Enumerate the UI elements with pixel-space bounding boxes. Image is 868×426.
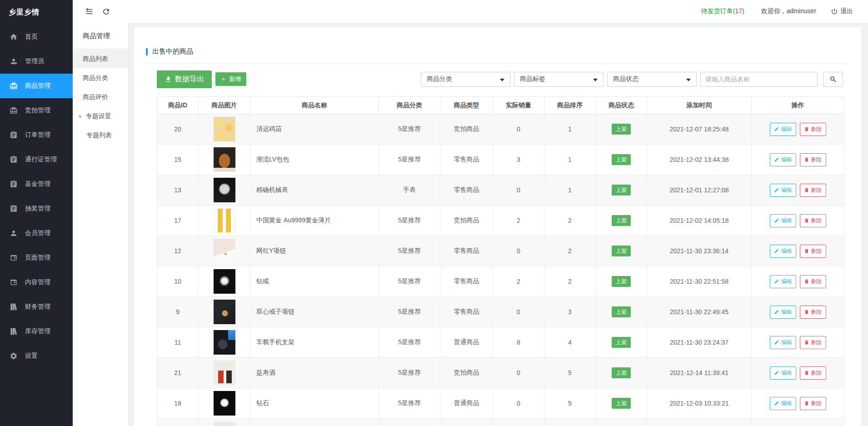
cell-product-category: 5星推荐 [379, 145, 440, 175]
cell-actual-sales: 0 [493, 358, 544, 388]
cell-product-id: 17 [157, 205, 199, 236]
submenu-item-2[interactable]: ∨ 商品评价 [73, 87, 128, 106]
toolbar-right: 商品分类 商品标签 商品状态 [421, 72, 843, 87]
row-actions: 编辑 删除 [752, 123, 843, 136]
table-row: 9 双心戒子项链 5星推荐 零售商品 0 3 上架 2021-11-30 22:… [157, 297, 844, 327]
delete-button[interactable]: 删除 [800, 275, 826, 288]
delete-button[interactable]: 删除 [800, 245, 826, 258]
status-badge: 上架 [612, 306, 631, 317]
cell-actual-sales: 3 [493, 145, 544, 175]
delete-button[interactable]: 删除 [800, 214, 826, 227]
filter-product-category[interactable]: 商品分类 [421, 72, 510, 87]
delete-button[interactable]: 删除 [800, 184, 826, 197]
row-actions: 编辑 删除 [752, 214, 843, 227]
sidebar-item-clipboard-4[interactable]: 订单管理 [0, 123, 73, 147]
cell-product-name: 怀旧 收藏电话机 [250, 419, 379, 426]
product-image [214, 239, 235, 263]
collapse-menu-icon[interactable] [85, 0, 94, 23]
gear-icon [10, 352, 18, 360]
table-row: 11 车载手机支架 5星推荐 普通商品 8 4 上架 2021-11-30 23… [157, 327, 844, 358]
delete-button[interactable]: 删除 [800, 397, 826, 410]
cell-product-id: 13 [157, 175, 199, 205]
sidebar-item-home-0[interactable]: 首页 [0, 25, 73, 49]
cell-product-image [199, 236, 250, 266]
col-added-time: 添加时间 [647, 97, 752, 114]
search-input[interactable] [700, 72, 818, 87]
filter-product-status[interactable]: 商品状态 [607, 72, 697, 87]
cell-product-type: 零售商品 [440, 297, 493, 327]
cell-product-image [199, 419, 250, 426]
submenu-item-1[interactable]: ∨ 商品分类 [73, 68, 128, 87]
submenu-item-0[interactable]: ∨ 商品列表 [73, 49, 128, 68]
export-data-button[interactable]: 数据导出 [157, 70, 212, 88]
cell-product-type: 零售商品 [440, 236, 493, 266]
logout-button[interactable]: 退出 [831, 7, 853, 15]
cell-product-name: 钻戒 [250, 266, 379, 297]
filter-product-tag[interactable]: 商品标签 [514, 72, 604, 87]
sidebar-item-gift-2[interactable]: 商品管理 [0, 74, 73, 98]
sidebar-item-person-8[interactable]: 会员管理 [0, 221, 73, 246]
cell-product-status: 上架 [596, 388, 647, 419]
edit-button[interactable]: 编辑 [770, 214, 796, 227]
cell-product-id: 12 [157, 236, 199, 266]
sidebar-item-clipboard-6[interactable]: 基金管理 [0, 172, 73, 196]
delete-label: 删除 [811, 369, 822, 377]
sidebar-item-admin-user-1[interactable]: 管理员 [0, 49, 73, 74]
sidebar-item-label: 抽奖管理 [25, 205, 50, 213]
sidebar-item-clipboard-5[interactable]: 通行证管理 [0, 147, 73, 172]
col-product-image: 商品图片 [199, 97, 250, 114]
edit-button[interactable]: 编辑 [770, 366, 796, 380]
delete-button[interactable]: 删除 [800, 306, 826, 319]
product-image [214, 269, 235, 294]
pending-orders-suffix: ) [742, 7, 744, 15]
submenu-list: ∨ 商品列表 ∨ 商品分类 ∨ 商品评价 ∨ 专题设置 ∨ 专题列表 [73, 49, 128, 145]
col-actions: 操作 [752, 97, 844, 114]
trash-icon [804, 126, 809, 132]
edit-label: 编辑 [781, 308, 792, 316]
submenu-item-4[interactable]: ∨ 专题列表 [73, 125, 128, 145]
edit-button[interactable]: 编辑 [770, 336, 796, 349]
refresh-icon[interactable] [102, 0, 110, 23]
table-row: 14 怀旧 收藏电话机 5星推荐 普通商品 0 5 上架 2021-12-01 … [157, 419, 844, 426]
edit-label: 编辑 [781, 247, 792, 255]
sidebar-item-window-10[interactable]: 内容管理 [0, 270, 73, 295]
sidebar-item-label: 通行证管理 [25, 155, 57, 164]
trash-icon [804, 157, 809, 162]
cell-product-name: 车载手机支架 [250, 327, 379, 358]
add-button[interactable]: 新增 [215, 72, 246, 86]
sidebar-item-books-12[interactable]: 库存管理 [0, 319, 73, 344]
edit-button[interactable]: 编辑 [770, 397, 796, 410]
cell-added-time: 2021-11-30 22:51:58 [647, 266, 752, 297]
cell-product-category: 5星推荐 [379, 236, 440, 266]
edit-button[interactable]: 编辑 [770, 123, 796, 136]
table-row: 10 钻戒 5星推荐 零售商品 2 2 上架 2021-11-30 22:51:… [157, 266, 844, 297]
delete-button[interactable]: 删除 [800, 366, 826, 380]
cell-actual-sales: 0 [493, 175, 544, 205]
sidebar-item-gear-13[interactable]: 设置 [0, 344, 73, 368]
chevron-down-icon [593, 79, 598, 81]
delete-button[interactable]: 删除 [800, 123, 826, 136]
cell-product-status: 上架 [596, 297, 647, 327]
edit-button[interactable]: 编辑 [770, 153, 796, 166]
edit-button[interactable]: 编辑 [770, 306, 796, 319]
edit-button[interactable]: 编辑 [770, 275, 796, 288]
search-button[interactable] [823, 72, 843, 87]
add-label: 新增 [229, 75, 241, 83]
edit-button[interactable]: 编辑 [770, 184, 796, 197]
edit-button[interactable]: 编辑 [770, 245, 796, 258]
sidebar-item-books-11[interactable]: 财务管理 [0, 295, 73, 319]
status-badge: 上架 [612, 124, 631, 135]
filter-product-tag-label: 商品标签 [520, 75, 545, 83]
pending-orders-link[interactable]: 待发货订单(17) [701, 7, 744, 15]
delete-button[interactable]: 删除 [800, 336, 826, 349]
cell-actions: 编辑 删除 [752, 266, 844, 297]
sidebar-item-clipboard-7[interactable]: 抽奖管理 [0, 196, 73, 221]
sidebar-item-window-9[interactable]: 页面管理 [0, 246, 73, 270]
row-actions: 编辑 删除 [752, 184, 843, 197]
submenu-item-3[interactable]: ∨ 专题设置 [73, 106, 128, 125]
cell-product-category: 手表 [379, 175, 440, 205]
sidebar-item-gift-3[interactable]: 竞拍管理 [0, 98, 73, 123]
cell-product-status: 上架 [596, 175, 647, 205]
cell-product-image [199, 297, 250, 327]
delete-button[interactable]: 删除 [800, 153, 826, 166]
